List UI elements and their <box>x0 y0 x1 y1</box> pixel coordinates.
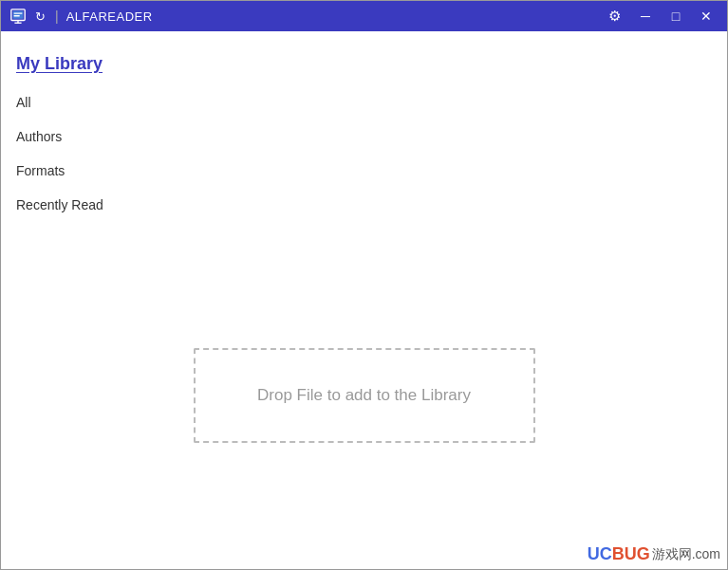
settings-icon[interactable]: ⚙ <box>608 8 621 25</box>
drop-zone-container: Drop File to add to the Library <box>1 222 727 569</box>
svg-rect-1 <box>13 11 24 19</box>
refresh-button[interactable]: ↻ <box>35 9 46 24</box>
svg-rect-4 <box>14 12 23 13</box>
nav-item-formats[interactable]: Formats <box>1 154 727 188</box>
watermark: UC BUG 游戏网.com <box>588 545 720 562</box>
main-content: My Library All Authors Formats Recently … <box>1 31 727 569</box>
app-window: ↻ | ALFAREADER ⚙ ─ □ ✕ My Library All Au… <box>0 0 728 570</box>
watermark-uc: UC <box>588 545 612 562</box>
minimize-button[interactable]: ─ <box>632 3 659 29</box>
nav-item-authors[interactable]: Authors <box>1 120 727 154</box>
library-title[interactable]: My Library <box>1 46 727 85</box>
nav-item-all[interactable]: All <box>1 85 727 120</box>
window-controls: ⚙ ─ □ ✕ <box>608 3 719 29</box>
title-separator: | <box>55 9 59 24</box>
drop-zone[interactable]: Drop File to add to the Library <box>194 348 535 443</box>
sidebar: My Library All Authors Formats Recently … <box>1 31 727 222</box>
svg-rect-5 <box>14 15 20 16</box>
app-icon <box>9 7 28 26</box>
title-bar: ↻ | ALFAREADER ⚙ ─ □ ✕ <box>1 1 727 31</box>
watermark-bug: BUG <box>612 545 650 562</box>
close-button[interactable]: ✕ <box>693 3 719 29</box>
watermark-rest: 游戏网.com <box>652 547 720 561</box>
app-title: ALFAREADER <box>66 9 153 24</box>
nav-item-recently-read[interactable]: Recently Read <box>1 188 727 222</box>
maximize-button[interactable]: □ <box>663 3 689 29</box>
